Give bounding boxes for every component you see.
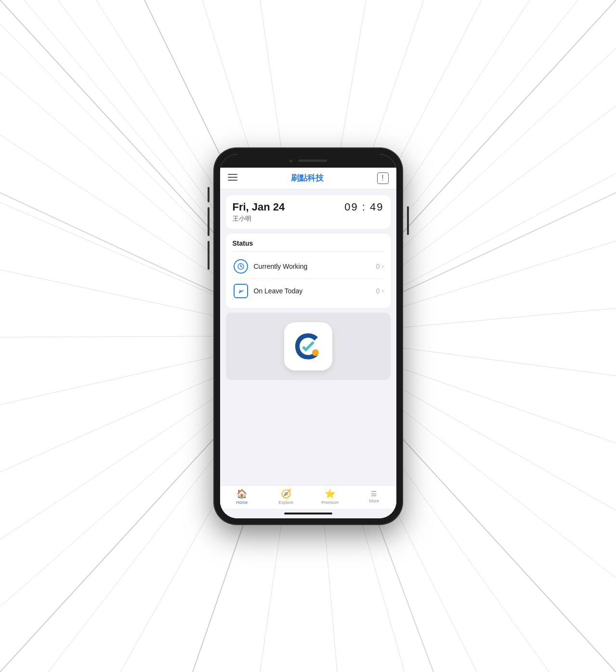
phone-frame: 刷點科技 ! Fri, Jan 24 王小明 09 : 49 [214,148,402,524]
tab-explore[interactable]: 🧭 Explore [264,488,308,505]
home-indicator [220,509,396,518]
clock-icon-wrap [233,258,249,275]
tab-bar: 🏠 Home 🧭 Explore ⭐ Premium ☰ More [220,485,396,509]
power-button [407,206,409,235]
premium-tab-label: Premium [321,500,339,505]
row-divider [233,278,384,279]
on-leave-label: On Leave Today [254,287,376,295]
main-content-area: Fri, Jan 24 王小明 09 : 49 Status [220,189,396,485]
date-display: Fri, Jan 24 [233,201,285,213]
status-header: Status [233,239,384,247]
app-icon[interactable] [284,322,332,370]
home-bar [284,513,332,514]
mute-button [208,187,210,202]
phone-side-buttons-left [208,187,210,270]
date-time-card: Fri, Jan 24 王小明 09 : 49 [226,195,391,229]
volume-up-button [208,207,210,236]
nav-bar: 刷點科技 ! [220,168,396,189]
status-row-leave[interactable]: On Leave Today 0 › [233,280,384,302]
premium-tab-icon: ⭐ [325,488,335,499]
svg-rect-52 [228,174,237,175]
tab-home[interactable]: 🏠 Home [220,488,264,505]
phone-side-button-right [407,206,409,235]
status-card: Status [226,234,391,308]
app-title: 刷點科技 [291,172,324,184]
user-name: 王小明 [233,214,285,223]
home-tab-label: Home [236,500,248,505]
on-leave-chevron: › [382,288,384,294]
phone-top-bar [220,154,396,168]
svg-rect-54 [228,180,237,181]
speaker-grille [298,159,327,162]
more-tab-icon: ☰ [371,490,377,498]
tab-more[interactable]: ☰ More [352,490,396,503]
on-leave-count: 0 [376,287,380,295]
home-tab-icon: 🏠 [236,488,247,499]
status-row-working[interactable]: Currently Working 0 › [233,255,384,277]
phone-device: 刷點科技 ! Fri, Jan 24 王小明 09 : 49 [214,148,402,524]
currently-working-chevron: › [382,263,384,270]
tab-premium[interactable]: ⭐ Premium [308,488,353,505]
app-screen: 刷點科技 ! Fri, Jan 24 王小明 09 : 49 [220,168,396,518]
svg-line-57 [241,266,242,267]
status-divider [233,251,384,251]
time-display: 09 : 49 [344,201,383,213]
notification-icon[interactable]: ! [377,172,389,184]
currently-working-label: Currently Working [254,263,376,270]
svg-rect-53 [228,177,237,178]
svg-point-58 [312,349,319,356]
currently-working-count: 0 [376,263,380,270]
explore-tab-label: Explore [278,500,293,505]
more-tab-label: More [369,499,379,503]
plane-icon [234,284,248,298]
app-icon-area [226,313,391,380]
front-camera [289,159,292,162]
hamburger-menu-icon[interactable] [228,173,237,183]
volume-down-button [208,241,210,270]
explore-tab-icon: 🧭 [281,488,291,499]
plane-icon-wrap [233,283,249,299]
phone-screen: 刷點科技 ! Fri, Jan 24 王小明 09 : 49 [220,154,396,518]
clock-icon [234,259,248,274]
